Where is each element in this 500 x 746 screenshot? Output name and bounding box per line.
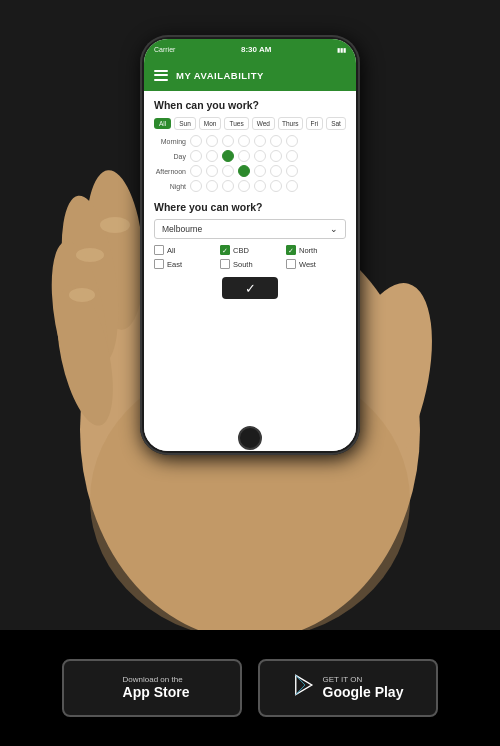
- circle[interactable]: [222, 135, 234, 147]
- day-row: Day: [154, 150, 346, 162]
- when-section: When can you work? All Sun Mon Tues Wed …: [154, 99, 346, 195]
- google-store-name: Google Play: [323, 684, 404, 701]
- checkbox-all[interactable]: All: [154, 245, 214, 255]
- app-header: MY AVAILABILITY: [144, 59, 356, 91]
- night-label: Night: [154, 183, 190, 190]
- phone-device: Carrier 8:30 AM ▮▮▮ MY AVAILABILITY: [140, 15, 360, 435]
- day-wed-btn[interactable]: Wed: [252, 117, 275, 130]
- location-value: Melbourne: [162, 224, 202, 234]
- day-row-label: Day: [154, 153, 190, 160]
- circle[interactable]: [270, 180, 282, 192]
- circle[interactable]: [190, 150, 202, 162]
- checkbox-west-label: West: [299, 260, 316, 269]
- afternoon-row: Afternoon: [154, 165, 346, 177]
- submit-area: ✓: [154, 277, 346, 299]
- checkbox-west-box[interactable]: [286, 259, 296, 269]
- circle[interactable]: [190, 135, 202, 147]
- day-sat-btn[interactable]: Sat: [326, 117, 346, 130]
- google-store-text: GET IT ON Google Play: [323, 675, 404, 701]
- circle[interactable]: [286, 165, 298, 177]
- day-circles: [190, 150, 298, 162]
- location-dropdown[interactable]: Melbourne ⌄: [154, 219, 346, 239]
- home-button[interactable]: [238, 426, 262, 450]
- status-bar: Carrier 8:30 AM ▮▮▮: [144, 39, 356, 59]
- app-container: Carrier 8:30 AM ▮▮▮ MY AVAILABILITY: [0, 0, 500, 746]
- checkmark-icon: ✓: [288, 247, 294, 254]
- hamburger-button[interactable]: [154, 70, 168, 81]
- circle[interactable]: [222, 165, 234, 177]
- apple-store-sub: Download on the: [123, 675, 190, 685]
- circle[interactable]: [190, 180, 202, 192]
- location-checkboxes: All ✓ CBD: [154, 245, 346, 269]
- circle[interactable]: [238, 135, 250, 147]
- where-section: Where you can work? Melbourne ⌄: [154, 201, 346, 299]
- circle[interactable]: [254, 165, 266, 177]
- circle[interactable]: [270, 135, 282, 147]
- checkbox-cbd[interactable]: ✓ CBD: [220, 245, 280, 255]
- checkbox-west[interactable]: West: [286, 259, 346, 269]
- circle[interactable]: [270, 150, 282, 162]
- day-sun-btn[interactable]: Sun: [174, 117, 196, 130]
- circle[interactable]: [254, 135, 266, 147]
- carrier-label: Carrier: [154, 46, 175, 53]
- night-circles: [190, 180, 298, 192]
- circle[interactable]: [222, 180, 234, 192]
- checkmark-submit-icon: ✓: [245, 281, 256, 296]
- checkbox-north-box[interactable]: ✓: [286, 245, 296, 255]
- when-title: When can you work?: [154, 99, 346, 111]
- day-all-btn[interactable]: All: [154, 118, 171, 129]
- circle[interactable]: [206, 165, 218, 177]
- checkbox-east[interactable]: East: [154, 259, 214, 269]
- svg-point-7: [100, 217, 130, 233]
- circle[interactable]: [286, 180, 298, 192]
- circle[interactable]: [190, 165, 202, 177]
- checkbox-north-label: North: [299, 246, 317, 255]
- afternoon-label: Afternoon: [154, 168, 190, 175]
- afternoon-circles: [190, 165, 298, 177]
- checkbox-east-label: East: [167, 260, 182, 269]
- google-play-button[interactable]: GET IT ON Google Play: [258, 659, 438, 717]
- day-fri-btn[interactable]: Fri: [306, 117, 324, 130]
- checkbox-all-label: All: [167, 246, 175, 255]
- where-title: Where you can work?: [154, 201, 346, 213]
- screen-content: When can you work? All Sun Mon Tues Wed …: [144, 91, 356, 451]
- submit-button[interactable]: ✓: [222, 277, 278, 299]
- day-mon-btn[interactable]: Mon: [199, 117, 222, 130]
- circle[interactable]: [270, 165, 282, 177]
- circle[interactable]: [254, 180, 266, 192]
- circle-filled[interactable]: [238, 165, 250, 177]
- checkbox-cbd-box[interactable]: ✓: [220, 245, 230, 255]
- circle[interactable]: [254, 150, 266, 162]
- circle[interactable]: [238, 150, 250, 162]
- circle[interactable]: [286, 135, 298, 147]
- morning-label: Morning: [154, 138, 190, 145]
- circle[interactable]: [238, 180, 250, 192]
- app-title: MY AVAILABILITY: [176, 70, 264, 81]
- battery-indicator: ▮▮▮: [337, 46, 346, 53]
- circle[interactable]: [206, 180, 218, 192]
- svg-point-9: [69, 288, 95, 302]
- day-tues-btn[interactable]: Tues: [224, 117, 248, 130]
- checkbox-all-box[interactable]: [154, 245, 164, 255]
- google-play-icon: [293, 674, 315, 702]
- apple-store-name: App Store: [123, 684, 190, 701]
- checkbox-south[interactable]: South: [220, 259, 280, 269]
- circle[interactable]: [286, 150, 298, 162]
- apple-store-text: Download on the App Store: [123, 675, 190, 701]
- night-row: Night: [154, 180, 346, 192]
- time-label: 8:30 AM: [241, 45, 271, 54]
- apple-store-button[interactable]: Download on the App Store: [62, 659, 242, 717]
- store-buttons-area: Download on the App Store GET IT ON Goog…: [0, 630, 500, 746]
- checkbox-east-box[interactable]: [154, 259, 164, 269]
- checkbox-south-label: South: [233, 260, 253, 269]
- day-thurs-btn[interactable]: Thurs: [278, 117, 303, 130]
- checkmark-icon: ✓: [222, 247, 228, 254]
- circle[interactable]: [206, 135, 218, 147]
- morning-circles: [190, 135, 298, 147]
- circle-filled[interactable]: [222, 150, 234, 162]
- circle[interactable]: [206, 150, 218, 162]
- checkbox-cbd-label: CBD: [233, 246, 249, 255]
- checkbox-south-box[interactable]: [220, 259, 230, 269]
- checkbox-north[interactable]: ✓ North: [286, 245, 346, 255]
- upper-section: Carrier 8:30 AM ▮▮▮ MY AVAILABILITY: [0, 0, 500, 630]
